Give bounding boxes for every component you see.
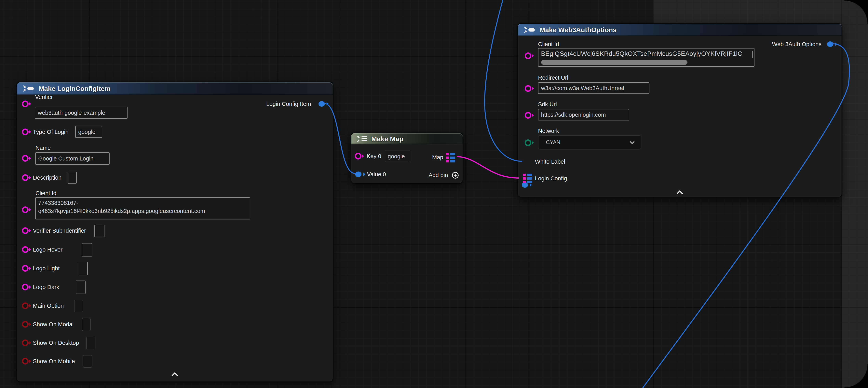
pin-key-0[interactable] (355, 153, 362, 159)
pin-verifier[interactable] (22, 100, 29, 107)
pin-description[interactable] (22, 174, 29, 181)
make-struct-icon (523, 25, 536, 34)
pin-label-login-config: Login Config (535, 175, 567, 182)
viewport-rounded-corner-top-right (844, 0, 868, 24)
node-make-loginconfigitem-header[interactable]: Make LoginConfigItem (17, 82, 333, 95)
collapse-chevron-icon[interactable] (674, 189, 686, 196)
wire-offscreen-to-whitelabel[interactable] (485, 0, 522, 161)
sdk-url-input[interactable]: https://sdk.openlogin.com (538, 109, 629, 120)
pin-label-sdk-url: Sdk Url (538, 100, 557, 108)
client-id-line2: q463s7kpvja16l4l0kko3nb925ikds2p.apps.go… (38, 207, 247, 215)
type-of-login-input[interactable]: google (75, 126, 102, 138)
pin-label-name: Name (35, 144, 51, 152)
node-make-map-header[interactable]: Make Map (351, 133, 463, 144)
network-dropdown[interactable]: CYAN (538, 135, 641, 149)
key-0-input[interactable]: google (385, 151, 410, 162)
pin-label-show-on-desktop: Show On Desktop (33, 339, 79, 347)
pin-label-client-id: Client Id (538, 40, 559, 48)
client-id-input[interactable]: 774338308167- q463s7kpvja16l4l0kko3nb925… (35, 197, 250, 219)
pin-value-0[interactable] (355, 172, 362, 177)
pin-main-option[interactable] (22, 302, 29, 309)
pin-show-on-modal[interactable] (22, 321, 29, 328)
pin-type-of-login[interactable] (22, 128, 29, 135)
logo-dark-input[interactable] (76, 280, 86, 294)
canvas-light-column-right (842, 0, 868, 388)
make-struct-icon (22, 84, 35, 93)
pin-label-verifier-sub-identifier: Verifier Sub Identifier (33, 227, 86, 235)
verifier-sub-identifier-input[interactable] (94, 225, 104, 237)
pin-verifier-sub-identifier[interactable] (22, 227, 29, 234)
pin-label-logo-dark: Logo Dark (33, 283, 59, 291)
pin-label-network: Network (538, 127, 559, 135)
client-id-input[interactable]: BEglQSgt4cUWcj6SKRdu5QkOXTsePmMcusG5EAoy… (538, 48, 754, 67)
pin-label-logo-light: Logo Light (33, 264, 60, 272)
pin-network[interactable] (525, 139, 531, 146)
redirect-url-input[interactable]: w3a://com.w3a.Web3AuthUnreal (538, 82, 649, 94)
node-title: Make LoginConfigItem (39, 85, 111, 92)
client-id-line1: 774338308167- (38, 199, 247, 207)
text-cursor (752, 51, 752, 58)
pin-label-show-on-modal: Show On Modal (33, 320, 73, 328)
pin-name[interactable] (22, 155, 29, 162)
pin-label-verifier: Verifier (35, 93, 53, 101)
pin-label-redirect-url: Redirect Url (538, 74, 568, 82)
node-make-web3authoptions[interactable]: Make Web3AuthOptions Client Id Web 3Auth… (518, 23, 842, 197)
pin-label-login-config-item: Login Config Item (266, 100, 311, 108)
pin-logo-hover[interactable] (22, 246, 29, 253)
node-make-loginconfigitem[interactable]: Make LoginConfigItem Verifier web3auth-g… (17, 82, 333, 382)
viewport-rounded-corner-bottom-right (844, 364, 868, 388)
pin-show-on-desktop[interactable] (22, 339, 29, 346)
pin-label-description: Description (33, 174, 61, 182)
pin-redirect-url[interactable] (525, 85, 531, 92)
client-id-scrollbar[interactable] (541, 60, 687, 65)
description-input[interactable] (68, 172, 77, 184)
pin-label-main-option: Main Option (33, 302, 64, 310)
verifier-input[interactable]: web3auth-google-example (35, 107, 127, 119)
pin-label-map: Map (432, 153, 443, 161)
chevron-down-icon (629, 140, 636, 145)
show-on-modal-checkbox[interactable] (82, 318, 91, 331)
make-map-icon (356, 135, 369, 143)
pin-show-on-mobile[interactable] (22, 358, 29, 364)
add-pin-icon[interactable] (451, 171, 459, 179)
pin-logo-dark[interactable] (22, 284, 29, 290)
pin-web3auth-options-output[interactable] (827, 41, 833, 47)
pin-map-output[interactable] (446, 153, 455, 162)
show-on-desktop-checkbox[interactable] (86, 337, 95, 349)
network-dropdown-value: CYAN (546, 139, 560, 146)
main-option-checkbox[interactable] (74, 300, 83, 312)
node-title: Make Map (371, 135, 403, 143)
pin-label-type-of-login: Type Of Login (33, 128, 69, 136)
pin-logo-light[interactable] (22, 265, 29, 272)
pin-login-config-item-output[interactable] (318, 101, 325, 107)
node-make-web3authoptions-header[interactable]: Make Web3AuthOptions (518, 24, 842, 36)
pin-label-logo-hover: Logo Hover (33, 246, 62, 253)
node-make-map[interactable]: Make Map Key 0 google Map Value 0 Add pi… (351, 133, 463, 184)
show-on-mobile-checkbox[interactable] (83, 355, 92, 368)
pin-label-key-0: Key 0 (367, 152, 381, 160)
logo-hover-input[interactable] (82, 243, 92, 257)
pin-client-id[interactable] (22, 206, 29, 213)
pin-label-value-0: Value 0 (367, 170, 386, 178)
collapse-chevron-icon[interactable] (169, 371, 181, 377)
wire-map-to-loginconfig[interactable] (457, 156, 519, 178)
node-title: Make Web3AuthOptions (540, 26, 617, 34)
pin-label-client-id: Client Id (35, 189, 56, 197)
blueprint-graph-canvas[interactable]: Make LoginConfigItem Verifier web3auth-g… (0, 0, 868, 388)
logo-light-input[interactable] (78, 262, 88, 275)
pin-label-web3auth-options: Web 3Auth Options (772, 40, 822, 48)
pin-label-white-label: White Label (535, 158, 565, 166)
pin-login-config[interactable] (523, 174, 532, 183)
name-input[interactable]: Google Custom Login (35, 152, 110, 165)
pin-sdk-url[interactable] (525, 112, 531, 119)
add-pin-label: Add pin (429, 171, 448, 179)
pin-client-id[interactable] (525, 53, 531, 59)
pin-label-show-on-mobile: Show On Mobile (33, 357, 75, 365)
